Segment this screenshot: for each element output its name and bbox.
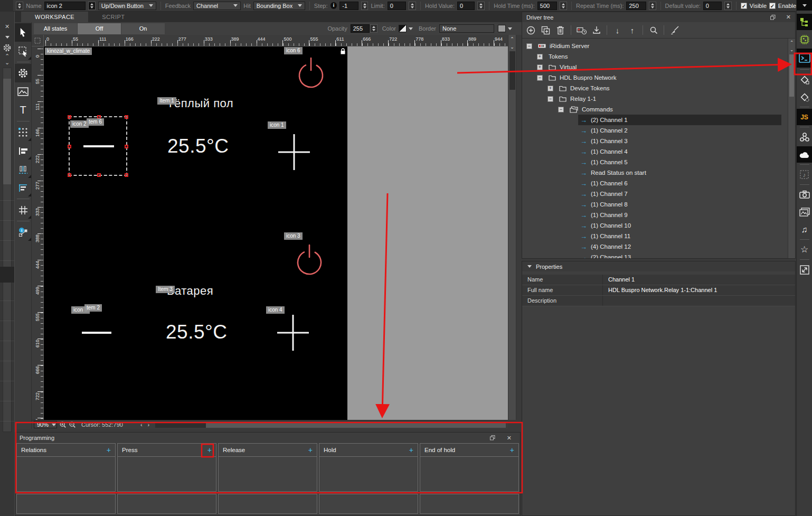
add-action-button[interactable]: + [308, 446, 313, 454]
panel-dropdown-button[interactable] [0, 32, 14, 42]
scrollbar-thumb[interactable] [789, 54, 794, 97]
tree-item--2-channel-13[interactable]: →(2) Channel 13 [522, 252, 795, 258]
sound-select-icon[interactable]: ♪ [797, 166, 812, 183]
images-icon[interactable] [797, 204, 812, 220]
hold-time-spinner[interactable] [560, 2, 567, 10]
object-spinner[interactable] [16, 2, 23, 10]
close-icon[interactable]: ✕ [786, 14, 791, 21]
default-value-spinner[interactable] [724, 2, 732, 10]
duplicate-icon[interactable] [539, 24, 552, 37]
zoom-level-dropdown[interactable]: 90% [34, 421, 57, 428]
hit-dropdown[interactable]: Bounding Box [253, 2, 305, 10]
add-action-button[interactable]: + [510, 446, 514, 454]
text-tool-icon[interactable]: T [15, 101, 32, 119]
import-driver-icon[interactable] [590, 24, 603, 37]
expand-icon[interactable]: + [547, 86, 553, 91]
type-spinner[interactable] [88, 2, 96, 10]
hold-value-input[interactable]: 0 [457, 2, 475, 10]
scroll-up-icon[interactable]: ⌃ [0, 53, 14, 59]
collapse-icon[interactable]: − [526, 43, 532, 49]
scroll-up-icon[interactable]: ⌃ [508, 35, 516, 43]
tree-item-iridium-server[interactable]: −iRidium Server [522, 41, 795, 51]
opacity-input[interactable]: 255 [351, 24, 370, 33]
grid-tool-icon[interactable] [15, 201, 32, 219]
move-up-icon[interactable]: ↑ [626, 24, 639, 37]
scroll-left-icon[interactable]: ‹ [139, 421, 144, 428]
panel-menu-icon[interactable] [797, 0, 812, 11]
tab-workspace[interactable]: WORKSPACE [21, 12, 88, 22]
tree-item--2-channel-1[interactable]: →(2) Channel 1 [522, 115, 795, 125]
float-panel-icon[interactable] [490, 435, 495, 440]
all-states-button[interactable]: All states [34, 23, 77, 34]
move-down-icon[interactable]: ↓ [611, 24, 624, 37]
design-canvas[interactable]: kinozal_w_climate icon 6 Item 1 Тёплый п… [44, 46, 508, 420]
tree-item--1-channel-2[interactable]: →(1) Channel 2 [522, 125, 795, 136]
scroll-down-icon[interactable]: ⌄ [0, 59, 14, 65]
property-value[interactable]: HDL Buspro Network.Relay 1-1:Channel 1 [603, 285, 795, 295]
power-button-icon[interactable] [295, 55, 327, 90]
tree-item--4-channel-12[interactable]: →(4) Channel 12 [522, 241, 795, 252]
scrollbar-thumb[interactable] [155, 422, 206, 428]
add-action-button[interactable]: + [207, 446, 212, 454]
cloud-icon[interactable] [797, 146, 812, 163]
zone2-temperature-text[interactable]: 25.5°C [166, 321, 228, 343]
zone1-title-text[interactable]: Тёплый пол [167, 97, 233, 110]
page-kinozal-w-climate[interactable]: kinozal_w_climate icon 6 Item 1 Тёплый п… [44, 46, 347, 420]
chevron-down-icon[interactable] [409, 27, 413, 30]
column-body[interactable] [118, 457, 216, 491]
tree-item-tokens[interactable]: +Tokens [522, 51, 795, 62]
gallery-settings-icon[interactable] [797, 89, 812, 105]
color-swatch[interactable] [399, 25, 407, 32]
column-body[interactable] [219, 457, 317, 491]
align-text-tool-icon[interactable] [15, 179, 32, 197]
border-dropdown[interactable]: None [439, 24, 494, 33]
favorites-star-icon[interactable]: ☆ [797, 241, 812, 258]
visible-checkbox[interactable]: ✓ [741, 3, 747, 9]
select-tool-icon[interactable] [15, 23, 32, 42]
zoom-in-icon[interactable] [59, 421, 67, 428]
power-button-icon[interactable] [294, 242, 325, 277]
add-driver-icon[interactable] [524, 24, 537, 37]
canvas-horizontal-scrollbar[interactable] [155, 422, 506, 428]
step-spinner[interactable] [361, 2, 369, 10]
hold-value-spinner[interactable] [477, 2, 485, 10]
relation-info-tool-icon[interactable]: i [15, 223, 32, 241]
column-body[interactable] [17, 457, 115, 491]
expand-panel-icon[interactable] [797, 261, 812, 278]
script-editor-icon[interactable]: JS [797, 109, 812, 125]
tree-item--1-channel-9[interactable]: →(1) Channel 9 [522, 210, 795, 220]
step-input[interactable]: -1 [339, 2, 358, 10]
expand-icon[interactable]: + [537, 64, 543, 70]
plus-icon[interactable] [276, 314, 310, 352]
tree-item-commands[interactable]: −Commands [522, 104, 795, 115]
tree-item--1-channel-10[interactable]: →(1) Channel 10 [522, 220, 795, 231]
limit-input[interactable]: 0 [388, 2, 406, 10]
zoom-out-icon[interactable] [69, 421, 76, 428]
name-input[interactable]: icon 2 [44, 2, 86, 10]
property-value[interactable] [603, 296, 795, 306]
collapse-icon[interactable]: − [537, 75, 543, 81]
button-type-dropdown[interactable]: Up/Down Button [98, 2, 156, 10]
scrollbar-thumb[interactable] [509, 51, 515, 90]
close-icon[interactable]: ✕ [0, 21, 14, 32]
tree-item--1-channel-4[interactable]: →(1) Channel 4 [522, 146, 795, 157]
driver-tree-scrollbar[interactable]: ⌃ ⌄ [788, 39, 795, 258]
align-tool-icon[interactable] [15, 142, 32, 160]
tree-item--1-channel-3[interactable]: →(1) Channel 3 [522, 136, 795, 146]
macros-icon[interactable] [797, 129, 812, 145]
column-body[interactable] [319, 457, 418, 491]
tree-item--1-channel-5[interactable]: →(1) Channel 5 [522, 157, 795, 167]
image-tool-icon[interactable] [15, 82, 32, 101]
music-icon[interactable]: ♫ [797, 221, 812, 238]
cleanup-broom-icon[interactable] [668, 24, 681, 37]
state-off-button[interactable]: Off [78, 23, 121, 34]
scroll-right-icon[interactable]: › [146, 421, 152, 428]
enable-checkbox[interactable]: ✓ [769, 3, 776, 9]
device-chip-icon[interactable] [797, 31, 812, 48]
close-icon[interactable]: ✕ [507, 435, 512, 442]
repeat-time-spinner[interactable] [649, 2, 656, 10]
zone1-temperature-text[interactable]: 25.5°C [167, 135, 229, 157]
tree-item--1-channel-6[interactable]: →(1) Channel 6 [522, 178, 795, 189]
scroll-up-icon[interactable]: ⌃ [788, 39, 795, 46]
marquee-select-tool-icon[interactable] [15, 42, 32, 60]
